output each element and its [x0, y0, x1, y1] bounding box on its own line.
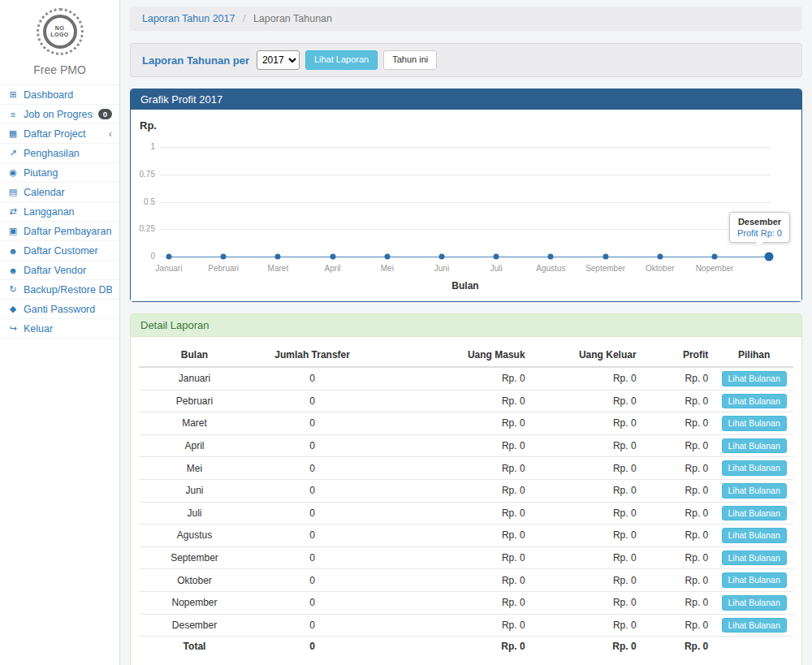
table-row: Mei0Rp. 0Rp. 0Rp. 0Lihat Bulanan	[139, 457, 793, 480]
data-point-nopember	[712, 254, 718, 260]
sidebar-item-daftar-pembayaran[interactable]: ▣Daftar Pembayaran	[0, 222, 119, 241]
view-monthly-button[interactable]: Lihat Bulanan	[722, 438, 787, 454]
sidebar-item-penghasilan[interactable]: ↗Penghasilan	[0, 144, 119, 163]
cell-profit: Rp. 0	[643, 525, 715, 547]
cell-uang-keluar: Rp. 0	[532, 614, 643, 637]
money-icon: ◉	[7, 167, 19, 178]
cell-bulan: September	[139, 546, 250, 569]
sidebar-item-calendar[interactable]: ▤Calendar	[0, 183, 119, 202]
table-row: Desember0Rp. 0Rp. 0Rp. 0Lihat Bulanan	[139, 614, 793, 637]
sidebar-item-langganan[interactable]: ⇄Langganan	[0, 202, 119, 222]
view-monthly-button[interactable]: Lihat Bulanan	[722, 460, 787, 476]
cell-jumlah-transfer: 0	[250, 479, 374, 502]
data-point-september	[603, 254, 608, 260]
chevron-left-icon: ‹	[109, 127, 112, 140]
view-monthly-button[interactable]: Lihat Bulanan	[722, 595, 787, 611]
sidebar-item-label: Job on Progress	[24, 109, 93, 120]
header-bulan: Bulan	[139, 343, 250, 367]
table-row: Nopember0Rp. 0Rp. 0Rp. 0Lihat Bulanan	[139, 591, 793, 614]
sidebar-item-backup-restore-db[interactable]: ↻Backup/Restore DB	[0, 280, 119, 300]
view-monthly-button[interactable]: Lihat Bulanan	[722, 551, 787, 566]
data-point-agustus	[548, 254, 554, 260]
y-axis-title: Rp.	[140, 119, 157, 132]
gridline	[160, 229, 771, 230]
table-row: Juni0Rp. 0Rp. 0Rp. 0Lihat Bulanan	[139, 479, 793, 502]
cell-uang-masuk: Rp. 0	[374, 479, 531, 502]
view-monthly-button[interactable]: Lihat Bulanan	[722, 416, 787, 431]
year-select[interactable]: 2017	[257, 50, 300, 70]
report-table: Bulan Jumlah Transfer Uang Masuk Uang Ke…	[139, 343, 793, 656]
x-tick-label: Nopember	[688, 264, 741, 273]
cell-bulan: Nopember	[139, 591, 250, 614]
report-table-body: Januari0Rp. 0Rp. 0Rp. 0Lihat BulananPebr…	[139, 367, 793, 656]
data-point-maret	[275, 254, 281, 260]
detail-panel-title: Detail Laporan	[131, 314, 801, 337]
header-pilihan: Pilihan	[715, 343, 793, 367]
sidebar-item-label: Keluar	[24, 323, 112, 335]
cell-profit: Rp. 0	[643, 614, 715, 637]
subscription-exchange-icon: ⇄	[7, 206, 19, 217]
brand-name: Free PMO	[0, 58, 119, 84]
view-monthly-button[interactable]: Lihat Bulanan	[722, 371, 787, 386]
sidebar-item-label: Piutang	[24, 167, 112, 179]
view-monthly-button[interactable]: Lihat Bulanan	[722, 506, 787, 521]
table-row: Maret0Rp. 0Rp. 0Rp. 0Lihat Bulanan	[139, 412, 793, 435]
data-point-mei	[384, 254, 390, 260]
cell-jumlah-transfer: 0	[250, 434, 374, 457]
view-monthly-button[interactable]: Lihat Bulanan	[722, 618, 787, 633]
logo: NO LOGO	[0, 0, 119, 58]
sidebar-item-ganti-password[interactable]: ◆Ganti Password	[0, 300, 119, 319]
sidebar-item-daftar-project[interactable]: ▦Daftar Project‹	[0, 124, 119, 144]
cell-bulan: Total	[139, 637, 250, 656]
logo-text-line1: NO	[55, 25, 65, 32]
data-point-juli	[494, 254, 499, 260]
chart-panel: Grafik Profit 2017 Rp. 10.750.50.250Janu…	[130, 89, 802, 302]
cell-pilihan: Lihat Bulanan	[715, 390, 793, 412]
sidebar: NO LOGO Free PMO ⊞Dashboard≡Job on Progr…	[0, 0, 120, 665]
cell-uang-keluar: Rp. 0	[532, 525, 643, 547]
cell-pilihan: Lihat Bulanan	[715, 591, 793, 614]
view-monthly-button[interactable]: Lihat Bulanan	[722, 528, 787, 543]
sidebar-item-label: Backup/Restore DB	[24, 284, 112, 296]
view-monthly-button[interactable]: Lihat Bulanan	[722, 572, 787, 588]
data-point-oktober	[657, 254, 663, 260]
cell-profit: Rp. 0	[643, 479, 715, 502]
this-year-button[interactable]: Tahun ini	[383, 50, 437, 69]
cell-bulan: Juni	[139, 479, 250, 502]
sidebar-item-label: Daftar Pembayaran	[24, 226, 112, 237]
view-monthly-button[interactable]: Lihat Bulanan	[722, 483, 787, 499]
cell-uang-masuk: Rp. 0	[374, 614, 531, 637]
cell-pilihan: Lihat Bulanan	[715, 457, 793, 480]
cell-jumlah-transfer: 0	[250, 367, 374, 390]
header-profit: Profit	[643, 343, 715, 367]
sidebar-item-daftar-vendor[interactable]: ☻Daftar Vendor	[0, 261, 119, 280]
cell-jumlah-transfer: 0	[250, 525, 374, 547]
sidebar-item-label: Langganan	[24, 206, 112, 218]
cell-bulan: Maret	[139, 412, 250, 435]
cell-pilihan: Lihat Bulanan	[715, 412, 793, 435]
sidebar-item-dashboard[interactable]: ⊞Dashboard	[0, 85, 119, 105]
view-monthly-button[interactable]: Lihat Bulanan	[722, 394, 787, 409]
sidebar-item-job-on-progress[interactable]: ≡Job on Progress0	[0, 105, 119, 124]
cell-uang-keluar: Rp. 0	[532, 591, 643, 614]
cell-uang-masuk: Rp. 0	[374, 591, 531, 614]
project-table-icon: ▦	[7, 128, 19, 139]
cell-uang-masuk: Rp. 0	[374, 637, 531, 656]
cell-jumlah-transfer: 0	[250, 412, 374, 435]
cell-bulan: Agustus	[139, 525, 250, 547]
table-row: Juli0Rp. 0Rp. 0Rp. 0Lihat Bulanan	[139, 502, 793, 525]
cell-jumlah-transfer: 0	[250, 457, 374, 480]
x-tick-label: Januari	[142, 264, 196, 273]
x-tick-label: Oktober	[633, 264, 687, 273]
cell-jumlah-transfer: 0	[250, 502, 374, 525]
filter-bar: Laporan Tahunan per 2017 Lihat Laporan T…	[130, 43, 802, 77]
sidebar-item-keluar[interactable]: ↪Keluar	[0, 319, 119, 339]
data-point-april	[330, 254, 335, 260]
breadcrumb-link-laporan-tahun[interactable]: Laporan Tahun 2017	[142, 13, 235, 24]
sidebar-item-label: Calendar	[24, 187, 112, 198]
x-tick-label: Mei	[361, 264, 414, 273]
view-report-button[interactable]: Lihat Laporan	[305, 50, 378, 69]
sidebar-item-daftar-customer[interactable]: ☻Daftar Customer	[0, 241, 119, 261]
sidebar-item-piutang[interactable]: ◉Piutang	[0, 163, 119, 183]
cell-profit: Rp. 0	[643, 502, 715, 525]
